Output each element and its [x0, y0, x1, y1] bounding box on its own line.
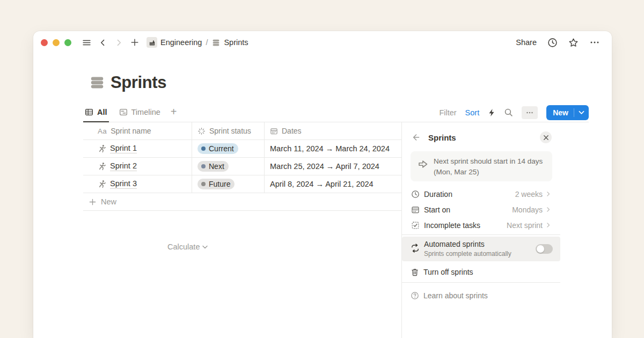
table-row[interactable]: Sprint 1 Current March 11, 2024 → March … — [83, 140, 401, 158]
new-button[interactable]: New — [546, 105, 589, 120]
view-tabbar: All Timeline + Filter Sort — [83, 103, 589, 122]
panel-close-button[interactable] — [540, 131, 552, 143]
setting-label: Start on — [424, 205, 512, 214]
page-more-button[interactable] — [589, 38, 600, 47]
factory-icon — [149, 39, 156, 46]
status-label: Current — [209, 144, 234, 153]
setting-label: Duration — [424, 190, 515, 199]
column-header-sprint-name[interactable]: Aa Sprint name — [83, 122, 192, 139]
star-icon — [568, 38, 579, 48]
close-window-button[interactable] — [41, 39, 48, 46]
new-page-button[interactable] — [128, 36, 141, 49]
chevron-right-icon — [545, 190, 552, 197]
new-row-button[interactable]: New — [83, 193, 401, 211]
table-header-row: Aa Sprint name Sprint status — [83, 122, 401, 140]
view-options-button[interactable] — [522, 106, 538, 119]
setting-row-incomplete-tasks[interactable]: Incomplete tasks Next sprint — [402, 217, 560, 233]
automated-sprints-toggle[interactable] — [536, 244, 553, 254]
next-sprint-notice: Next sprint should start in 14 days (Mon… — [411, 151, 552, 181]
date-range[interactable]: March 25, 2024 → April 7, 2024 — [270, 162, 379, 171]
chevron-down-icon — [202, 245, 208, 249]
runner-icon — [98, 162, 106, 171]
setting-value: 2 weeks — [515, 190, 543, 199]
sidebar-menu-button[interactable] — [80, 36, 93, 49]
learn-about-sprints-label: Learn about sprints — [423, 291, 488, 300]
sprint-name-link[interactable]: Sprint 3 — [110, 179, 137, 189]
automations-button[interactable] — [488, 108, 495, 117]
tab-timeline[interactable]: Timeline — [118, 103, 162, 122]
learn-about-sprints-link[interactable]: Learn about sprints — [402, 288, 560, 304]
status-badge[interactable]: Current — [197, 143, 238, 154]
runner-icon — [98, 180, 106, 188]
runner-icon — [98, 144, 106, 153]
setting-row-start-on[interactable]: Start on Mondays — [402, 202, 560, 217]
date-range[interactable]: April 8, 2024 → April 21, 2024 — [270, 180, 374, 188]
arrow-right-outline-icon — [418, 159, 428, 170]
updates-button[interactable] — [547, 38, 558, 48]
database-icon — [89, 75, 105, 91]
column-label: Sprint name — [111, 127, 151, 135]
chevron-right-icon — [545, 222, 552, 229]
share-button[interactable]: Share — [516, 38, 537, 47]
desktop-background: Engineering / Sprints Share — [0, 0, 644, 338]
lightning-icon — [488, 108, 495, 117]
search-icon — [504, 108, 513, 117]
breadcrumb-separator: / — [206, 38, 208, 47]
column-header-sprint-status[interactable]: Sprint status — [192, 122, 265, 139]
status-spinner-icon — [197, 127, 206, 135]
new-button-dropdown[interactable] — [574, 111, 589, 115]
calculate-button[interactable]: Calculate — [167, 243, 208, 251]
clock-icon — [411, 190, 420, 199]
close-icon — [543, 135, 549, 141]
workspace-icon[interactable] — [147, 37, 157, 48]
timeline-view-icon — [119, 108, 128, 116]
toggle-knob — [537, 245, 544, 253]
page-header: Sprints — [89, 73, 166, 92]
minimize-window-button[interactable] — [53, 39, 60, 46]
sort-button[interactable]: Sort — [465, 108, 480, 117]
setting-value: Next sprint — [507, 221, 543, 230]
question-circle-icon — [411, 291, 419, 300]
sprint-name-link[interactable]: Sprint 2 — [110, 161, 137, 171]
tab-all[interactable]: All — [83, 103, 109, 122]
column-label: Sprint status — [209, 127, 251, 135]
setting-value: Mondays — [512, 205, 543, 214]
automated-sprints-label: Automated sprints — [424, 240, 485, 248]
nav-back-button[interactable] — [96, 36, 109, 49]
app-window: Engineering / Sprints Share — [33, 31, 612, 338]
automated-sprints-row[interactable]: Automated sprints Sprints complete autom… — [402, 237, 560, 261]
window-topbar: Engineering / Sprints Share — [33, 31, 612, 54]
page-title[interactable]: Sprints — [111, 73, 166, 92]
checkbox-check-icon — [411, 221, 420, 230]
panel-divider — [402, 234, 560, 235]
topbar-actions: Share — [516, 38, 600, 48]
search-button[interactable] — [504, 108, 513, 117]
add-view-button[interactable]: + — [171, 106, 177, 118]
calendar-icon — [411, 205, 420, 214]
plus-icon — [130, 38, 139, 47]
status-dot — [201, 146, 206, 151]
filter-button[interactable]: Filter — [439, 108, 456, 117]
table-row[interactable]: Sprint 3 Future April 8, 2024 → April 21… — [83, 175, 401, 193]
column-header-dates[interactable]: Dates — [265, 122, 401, 139]
breadcrumb-page[interactable]: Sprints — [224, 38, 248, 47]
status-badge[interactable]: Future — [197, 179, 235, 189]
breadcrumb: Engineering / Sprints — [147, 37, 248, 48]
sprints-settings-panel: Sprints Next sprint should start in 14 d… — [401, 122, 560, 338]
favorite-button[interactable] — [568, 38, 579, 48]
notice-line1: Next sprint should start in 14 days — [434, 156, 543, 167]
ellipsis-icon — [589, 38, 600, 47]
calendar-icon — [270, 127, 278, 135]
table-row[interactable]: Sprint 2 Next March 25, 2024 → April 7, … — [83, 158, 401, 175]
traffic-lights — [41, 39, 71, 46]
setting-row-duration[interactable]: Duration 2 weeks — [402, 186, 560, 202]
turn-off-sprints-button[interactable]: Turn off sprints — [402, 264, 560, 280]
nav-forward-button[interactable] — [112, 36, 125, 49]
sprint-name-link[interactable]: Sprint 1 — [110, 144, 137, 153]
date-range[interactable]: March 11, 2024 → March 24, 2024 — [270, 144, 390, 153]
setting-label: Incomplete tasks — [424, 221, 507, 230]
panel-back-button[interactable] — [412, 133, 421, 142]
zoom-window-button[interactable] — [64, 39, 71, 46]
status-badge[interactable]: Next — [197, 161, 229, 172]
breadcrumb-workspace[interactable]: Engineering — [160, 38, 202, 47]
